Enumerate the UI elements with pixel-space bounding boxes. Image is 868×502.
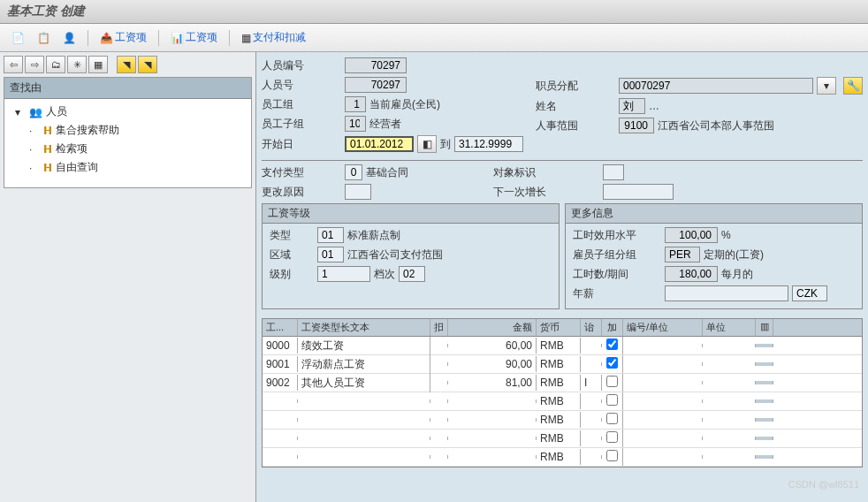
cell-flag[interactable] <box>581 455 602 459</box>
ltb-star-icon[interactable]: ✳ <box>67 56 87 73</box>
org-assign-button[interactable]: 🔧 <box>843 77 863 95</box>
tb-wage-item[interactable]: 📤 工资项 <box>95 27 151 48</box>
inp-end-date[interactable] <box>454 136 523 152</box>
cell-code[interactable] <box>263 399 298 403</box>
cell-text[interactable] <box>298 399 430 403</box>
cell-num[interactable] <box>623 437 703 440</box>
inp-type[interactable] <box>317 227 344 243</box>
cell-num[interactable] <box>623 381 703 384</box>
th-cur[interactable]: 货币 <box>537 319 581 336</box>
table-row[interactable]: RMB <box>263 448 862 467</box>
cell-flag[interactable] <box>581 362 602 366</box>
cell-3[interactable] <box>430 362 448 366</box>
inp-emp-subgroup[interactable] <box>345 116 366 132</box>
inp-name[interactable] <box>619 98 645 114</box>
cell-3[interactable] <box>430 381 448 384</box>
table-row[interactable]: RMB <box>263 411 862 430</box>
tb-wage-levels[interactable]: 📊 工资项 <box>166 27 222 48</box>
cell-chk[interactable] <box>602 430 623 447</box>
row-checkbox[interactable] <box>606 394 618 406</box>
inp-next-increase[interactable] <box>603 184 674 200</box>
ltb-right-icon[interactable]: ⇨ <box>25 56 44 73</box>
cell-amount[interactable] <box>448 455 537 459</box>
cell-code[interactable]: 9002 <box>263 375 298 391</box>
row-checkbox[interactable] <box>606 431 618 443</box>
cell-3[interactable] <box>430 418 448 422</box>
cell-flag[interactable] <box>581 437 602 440</box>
cell-amount[interactable]: 90,00 <box>448 356 537 372</box>
cell-chk[interactable] <box>602 448 623 466</box>
table-row[interactable]: RMB <box>263 392 862 411</box>
cell-unit[interactable] <box>703 418 756 422</box>
cell-code[interactable] <box>263 418 298 422</box>
cell-3[interactable] <box>430 455 448 459</box>
tree-collapse-icon[interactable]: ▾ <box>15 106 26 118</box>
table-row[interactable]: RMB <box>263 430 862 448</box>
ltb-hl2-icon[interactable]: ◥ <box>138 56 157 73</box>
cell-num[interactable] <box>623 362 703 366</box>
assign-dropdown-icon[interactable]: ▾ <box>817 77 836 95</box>
tree-item[interactable]: ·𝗛自由查询 <box>8 158 247 177</box>
cell-chk[interactable] <box>602 411 623 429</box>
table-row[interactable]: 9000绩效工资60,00RMB <box>263 337 862 355</box>
inp-hours[interactable] <box>665 266 718 282</box>
inp-assign[interactable] <box>619 78 813 94</box>
cell-cur[interactable]: RMB <box>537 412 581 428</box>
inp-emp-group[interactable] <box>345 96 366 112</box>
th-unit[interactable]: 单位 <box>703 319 756 336</box>
cell-cur[interactable]: RMB <box>537 393 581 409</box>
th-add[interactable]: 加 <box>602 319 623 336</box>
tree-item[interactable]: ·𝗛集合搜索帮助 <box>8 121 247 140</box>
row-scroll[interactable] <box>756 362 773 366</box>
row-checkbox[interactable] <box>606 376 618 387</box>
cell-num[interactable] <box>623 399 703 403</box>
inp-region[interactable] <box>317 247 344 262</box>
cell-amount[interactable] <box>448 418 537 422</box>
ltb-hl1-icon[interactable]: ◥ <box>117 56 136 73</box>
cell-chk[interactable] <box>602 337 623 354</box>
th-code[interactable]: 工... <box>263 319 298 336</box>
th-col3[interactable]: 抇 <box>430 319 448 336</box>
inp-person-no[interactable] <box>345 57 407 73</box>
inp-annual[interactable] <box>665 285 788 301</box>
table-row[interactable]: 9002其他人员工资81,00RMBI <box>263 374 862 392</box>
cell-code[interactable]: 9001 <box>263 356 298 372</box>
cell-cur[interactable]: RMB <box>537 338 581 354</box>
cell-unit[interactable] <box>703 455 756 459</box>
cell-code[interactable]: 9000 <box>263 338 298 354</box>
cell-flag[interactable]: I <box>581 375 602 391</box>
inp-level[interactable] <box>317 266 370 282</box>
cell-unit[interactable] <box>703 399 756 403</box>
table-config-icon[interactable]: ▥ <box>756 319 773 336</box>
ltb-hier-icon[interactable]: 🗂 <box>46 56 65 73</box>
cell-num[interactable] <box>623 455 703 459</box>
row-scroll[interactable] <box>756 399 773 403</box>
inp-annual-cur[interactable] <box>792 285 827 301</box>
tree-root[interactable]: ▾ 👥 人员 <box>8 103 247 121</box>
cell-cur[interactable]: RMB <box>537 356 581 372</box>
inp-step[interactable] <box>399 266 425 282</box>
row-checkbox[interactable] <box>606 450 618 461</box>
cell-chk[interactable] <box>602 374 623 392</box>
inp-hr-area[interactable] <box>619 118 654 133</box>
ltb-grid-icon[interactable]: ▦ <box>88 56 108 73</box>
cell-text[interactable]: 绩效工资 <box>298 337 430 355</box>
row-scroll[interactable] <box>756 381 773 384</box>
cell-flag[interactable] <box>581 418 602 422</box>
cell-code[interactable] <box>263 455 298 459</box>
table-row[interactable]: 9001浮动薪点工资90,00RMB <box>263 355 862 374</box>
th-num[interactable]: 编号/单位 <box>623 319 703 336</box>
cell-flag[interactable] <box>581 344 602 347</box>
tb-copy-icon[interactable]: 📋 <box>33 29 55 47</box>
row-scroll[interactable] <box>756 344 773 347</box>
cell-3[interactable] <box>430 437 448 440</box>
cell-unit[interactable] <box>703 437 756 440</box>
cell-num[interactable] <box>623 418 703 422</box>
inp-person-id[interactable] <box>345 77 407 93</box>
cell-3[interactable] <box>430 344 448 347</box>
cell-amount[interactable]: 60,00 <box>448 338 537 354</box>
tb-doc-icon[interactable]: 📄 <box>7 29 29 47</box>
ltb-left-icon[interactable]: ⇦ <box>4 56 23 73</box>
tree-item[interactable]: ·𝗛检索项 <box>8 140 247 158</box>
tb-payments[interactable]: ▦ 支付和扣减 <box>237 27 310 48</box>
